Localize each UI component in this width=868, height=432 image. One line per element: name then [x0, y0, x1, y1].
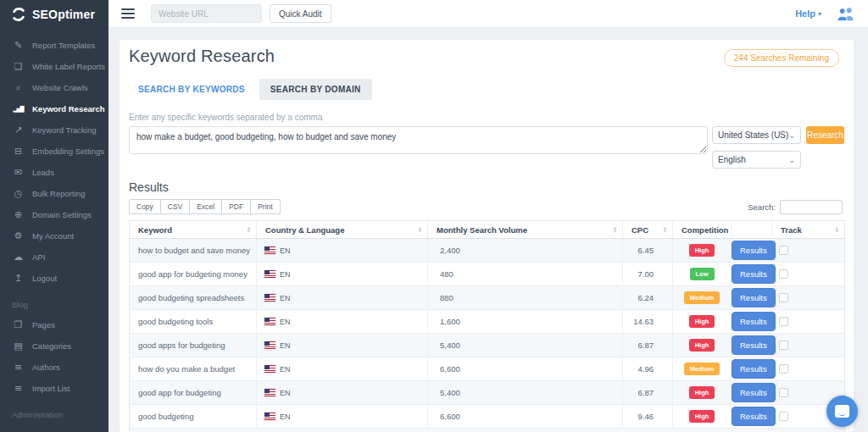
search-volume-cell: 1,600 [428, 310, 623, 334]
sort-icon[interactable]: ▴▾ [419, 226, 421, 234]
table-search-input[interactable] [780, 200, 843, 214]
us-flag-icon [264, 246, 275, 254]
sidebar-item-pages[interactable]: ❐Pages [0, 314, 108, 335]
language-code: EN [280, 294, 291, 302]
competition-cell: High [673, 405, 732, 429]
sidebar-section-label: Blog [0, 300, 108, 309]
sidebar-item-authors[interactable]: ≡Authors [0, 357, 108, 378]
sidebar-item-bulk-reporting[interactable]: ◷Bulk Reporting [0, 183, 108, 204]
track-cell [772, 357, 845, 381]
cpc-cell: 9.46 [623, 405, 673, 429]
country-select-value: United States (US) [718, 130, 788, 140]
keywords-input[interactable]: how make a budget, good budgeting, how t… [129, 126, 708, 154]
tab-search-by-domain[interactable]: SEARCH BY DOMAIN [259, 79, 372, 100]
country-language-cell: EN [257, 310, 428, 334]
users-icon[interactable] [836, 6, 855, 21]
language-select-value: English [718, 155, 746, 164]
sidebar-item-domain-settings[interactable]: ⊕Domain Settings [0, 204, 108, 225]
sidebar-item-website-crawls[interactable]: ⌕Website Crawls [0, 77, 108, 98]
sidebar-item-label: Keyword Research [32, 104, 105, 114]
help-menu[interactable]: Help ▾ [795, 8, 821, 19]
sidebar-item-reseller-settings[interactable]: ○Reseller Settings [0, 424, 108, 432]
help-label: Help [795, 8, 815, 19]
results-button[interactable]: Results [732, 312, 776, 331]
track-checkbox[interactable] [779, 246, 788, 255]
sidebar-item-api[interactable]: ☁API [0, 246, 108, 268]
track-checkbox[interactable] [779, 388, 788, 397]
results-button[interactable]: Results [732, 407, 776, 426]
track-cell [772, 334, 845, 357]
track-checkbox[interactable] [779, 341, 788, 350]
country-language-cell: EN [257, 263, 428, 286]
pdf-button[interactable]: PDF [221, 199, 251, 214]
website-url-input[interactable] [151, 4, 262, 23]
column-header-monthly-search-volume[interactable]: Monthly Search Volume▴▾ [428, 221, 623, 239]
hamburger-icon[interactable] [121, 8, 135, 19]
sidebar-item-leads[interactable]: ✉Leads [0, 162, 108, 183]
copy-button[interactable]: Copy [129, 199, 161, 214]
sidebar-item-label: Authors [32, 363, 60, 372]
chat-launcher[interactable] [826, 396, 858, 427]
sidebar-item-import-list[interactable]: ≡Import List [0, 378, 108, 399]
keywords-field-label: Enter any specific keywords separated by… [129, 113, 844, 123]
results-cell: Results [732, 405, 772, 429]
search-volume-cell: 5,400 [428, 334, 623, 357]
results-button[interactable]: Results [732, 383, 776, 402]
results-button[interactable]: Results [732, 241, 776, 260]
seoptimer-logo[interactable]: SEOptimer [0, 0, 108, 30]
track-cell [772, 310, 845, 334]
column-header-country-language[interactable]: Country & Language▴▾ [257, 221, 428, 239]
column-header-label: Track [781, 225, 802, 235]
track-checkbox[interactable] [779, 293, 788, 302]
results-button[interactable]: Results [732, 335, 776, 355]
competition-cell: High [673, 334, 732, 357]
cpc-cell: 6.24 [623, 286, 673, 310]
sort-icon[interactable]: ▴▾ [664, 226, 666, 234]
column-header-cpc[interactable]: CPC▴▾ [623, 221, 673, 239]
country-select[interactable]: United States (US) ⌄ [712, 126, 801, 144]
results-button[interactable]: Results [732, 264, 776, 284]
column-header-keyword[interactable]: Keyword▴▾ [130, 221, 257, 239]
country-language-cell: EN [257, 286, 428, 310]
us-flag-icon [264, 389, 275, 396]
print-button[interactable]: Print [250, 199, 280, 214]
country-language-cell: EN [257, 405, 428, 429]
language-code: EN [280, 341, 291, 350]
cpc-cell: 14.63 [623, 310, 673, 334]
results-table: Keyword▴▾Country & Language▴▾Monthly Sea… [129, 220, 845, 432]
language-code: EN [280, 413, 291, 421]
sidebar-item-label: Report Templates [32, 41, 95, 50]
excel-button[interactable]: Excel [189, 199, 222, 214]
sidebar-item-categories[interactable]: ▤Categories [0, 335, 108, 357]
results-cell: Results [732, 381, 772, 405]
column-header-track[interactable]: Track▴▾ [772, 221, 845, 239]
sort-icon[interactable]: ▴▾ [248, 226, 250, 234]
sort-icon[interactable]: ▴▾ [836, 226, 838, 234]
sidebar-item-keyword-tracking[interactable]: ↗Keyword Tracking [0, 119, 108, 141]
track-checkbox[interactable] [779, 317, 788, 326]
us-flag-icon [264, 341, 275, 349]
results-button[interactable]: Results [732, 359, 776, 379]
tab-search-by-keywords[interactable]: SEARCH BY KEYWORDS [129, 79, 256, 100]
research-button[interactable]: Research [806, 126, 844, 144]
sidebar-item-keyword-research[interactable]: ▂▅█Keyword Research [0, 98, 108, 119]
sidebar-item-embedding-settings[interactable]: ⊟Embedding Settings [0, 141, 108, 162]
sidebar-item-my-account[interactable]: ⚙My Account [0, 225, 108, 246]
language-select[interactable]: English ⌄ [712, 151, 801, 169]
quick-audit-button[interactable]: Quick Audit [270, 4, 331, 23]
sort-icon[interactable]: ▴▾ [614, 226, 616, 234]
us-flag-icon [264, 294, 275, 302]
sidebar-item-report-templates[interactable]: ✎Report Templates [0, 35, 108, 56]
csv-button[interactable]: CSV [160, 199, 190, 214]
sidebar-item-logout[interactable]: ↥Logout [0, 268, 108, 289]
results-cell: Results [732, 263, 772, 286]
results-button[interactable]: Results [732, 288, 776, 307]
track-checkbox[interactable] [779, 269, 788, 279]
results-cell: Results [732, 239, 772, 263]
sidebar-item-label: Keyword Tracking [32, 125, 97, 135]
track-checkbox[interactable] [779, 412, 788, 421]
sidebar-item-white-label-reports[interactable]: ❏White Label Reports [0, 56, 108, 77]
language-code: EN [280, 270, 291, 279]
track-checkbox[interactable] [779, 364, 788, 374]
copy-icon: ❏ [12, 61, 25, 72]
